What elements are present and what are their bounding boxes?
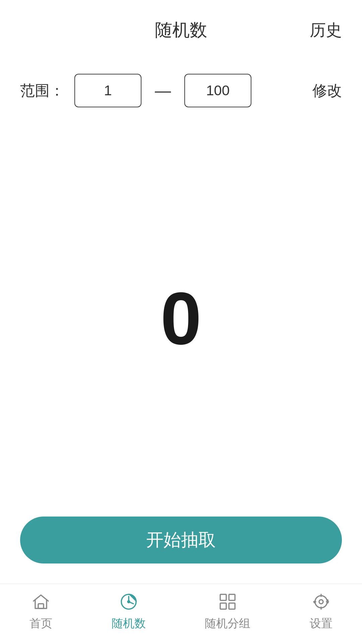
- nav-label-settings: 设置: [310, 616, 333, 631]
- svg-rect-5: [220, 594, 226, 600]
- svg-rect-6: [229, 594, 235, 600]
- nav-label-random-group: 随机分组: [205, 616, 250, 631]
- svg-rect-0: [38, 604, 44, 608]
- range-max-input[interactable]: [184, 74, 251, 107]
- page-title: 随机数: [155, 18, 207, 42]
- range-dash: —: [152, 82, 174, 100]
- nav-item-settings[interactable]: 设置: [310, 590, 333, 631]
- random-number-icon: [117, 590, 140, 613]
- range-row: 范围： — 修改: [0, 60, 362, 121]
- nav-item-home[interactable]: 首页: [29, 590, 52, 631]
- nav-label-random-number: 随机数: [112, 616, 146, 631]
- range-label: 范围：: [20, 81, 64, 101]
- random-number-display: 0: [161, 282, 201, 356]
- bottom-section: 开始抽取: [0, 517, 362, 584]
- bottom-nav: 首页 随机数 随机分组: [0, 584, 362, 644]
- svg-point-9: [315, 596, 327, 608]
- svg-point-10: [319, 600, 323, 604]
- nav-item-random-number[interactable]: 随机数: [112, 590, 146, 631]
- header: 随机数 历史: [0, 0, 362, 50]
- random-group-icon: [216, 590, 239, 613]
- nav-label-home: 首页: [29, 616, 52, 631]
- home-icon: [29, 590, 52, 613]
- svg-point-15: [314, 595, 328, 608]
- modify-button[interactable]: 修改: [312, 81, 342, 101]
- svg-point-4: [128, 601, 130, 603]
- settings-icon: [310, 590, 333, 613]
- svg-rect-7: [220, 603, 226, 609]
- main-content: 0: [0, 121, 362, 517]
- svg-rect-8: [229, 603, 235, 609]
- nav-item-random-group[interactable]: 随机分组: [205, 590, 250, 631]
- range-min-input[interactable]: [74, 74, 141, 107]
- start-button[interactable]: 开始抽取: [20, 517, 342, 564]
- history-button[interactable]: 历史: [310, 19, 342, 41]
